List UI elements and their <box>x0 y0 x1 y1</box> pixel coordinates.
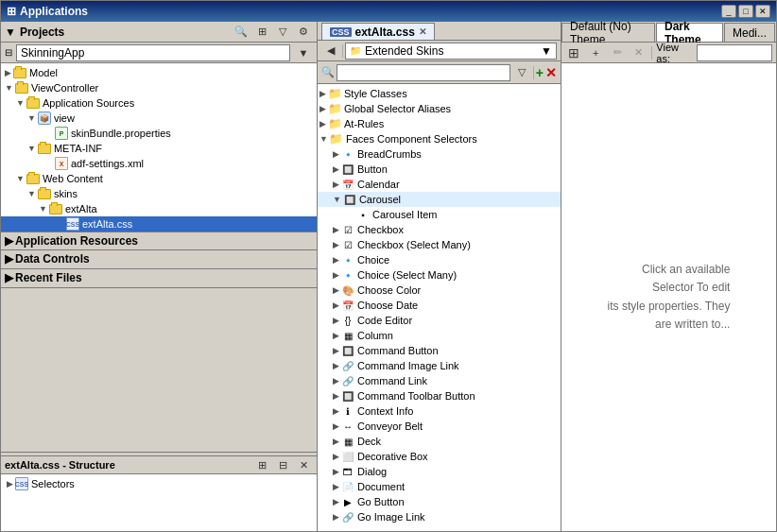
filter-button[interactable]: ▽ <box>273 24 292 41</box>
struct-btn2[interactable]: ⊟ <box>273 456 292 473</box>
tree-faces-selectors[interactable]: ▼ 📁 Faces Component Selectors <box>318 131 561 146</box>
search-input[interactable] <box>337 64 510 81</box>
structure-tree[interactable]: ▶ CSS Selectors <box>1 474 317 531</box>
tree-item-model[interactable]: ▶ Model <box>1 65 317 80</box>
tree-code-editor[interactable]: ▶ {} Code Editor <box>318 313 561 328</box>
struct-close[interactable]: ✕ <box>294 456 313 473</box>
tree-breadcrumbs[interactable]: ▶ 🔹 BreadCrumbs <box>318 146 561 162</box>
tree-choose-date[interactable]: ▶ 📅 Choose Date <box>318 298 561 313</box>
tree-item-metainf[interactable]: ▼ META-INF <box>1 141 317 156</box>
tab-medi-theme[interactable]: Medi... <box>724 23 775 42</box>
expand-extalta[interactable]: ▼ <box>39 204 47 214</box>
expand-view[interactable]: ▼ <box>27 113 36 123</box>
tree-item-extalta-css[interactable]: CSS extAlta.css <box>1 216 317 232</box>
extended-skins-combo[interactable]: 📁 Extended Skins ▼ <box>345 43 557 60</box>
tree-item-adfsettings[interactable]: X adf-settings.xml <box>1 156 317 171</box>
add-button[interactable]: + <box>536 65 544 80</box>
tree-choice-many[interactable]: ▶ 🔹 Choice (Select Many) <box>318 267 561 283</box>
model-label: Model <box>29 67 58 78</box>
tree-command-toolbar-button[interactable]: ▶ 🔲 Command Toolbar Button <box>318 388 561 403</box>
tree-item-viewcontroller[interactable]: ▼ ViewController <box>1 80 317 95</box>
middle-toolbar: ◀ 📁 Extended Skins ▼ <box>318 41 561 61</box>
close-button[interactable]: ✕ <box>755 5 770 18</box>
middle-tree[interactable]: ▶ 📁 Style Classes ▶ 📁 Global Selector Al… <box>318 84 561 531</box>
tree-document[interactable]: ▶ 📄 Document <box>318 479 561 494</box>
tree-choose-color[interactable]: ▶ 🎨 Choose Color <box>318 283 561 298</box>
search-filter-btn[interactable]: ▽ <box>512 64 531 81</box>
package-icon: 📦 <box>37 112 52 125</box>
minimize-button[interactable]: _ <box>721 5 736 18</box>
comp-icon-cl: 🔗 <box>340 374 355 387</box>
app-resources-section[interactable]: ▶ Application Resources <box>1 232 317 250</box>
struct-btn1[interactable]: ⊞ <box>252 456 271 473</box>
tree-button[interactable]: ▶ 🔲 Button <box>318 162 561 177</box>
project-tree[interactable]: ▶ Model ▼ ViewController ▼ Application S… <box>1 63 317 232</box>
folder-icon-ar: 📁 <box>327 117 342 130</box>
sep2 <box>533 66 534 79</box>
tree-context-info[interactable]: ▶ ℹ Context Info <box>318 403 561 419</box>
go-button-label: Go Button <box>357 496 405 507</box>
expand-appsources[interactable]: ▼ <box>16 98 25 108</box>
search-bar: 🔍 ▽ + ✕ <box>318 61 561 84</box>
webcontent-label: Web Content <box>43 173 103 184</box>
tab-extalta-css[interactable]: CSS extAlta.css ✕ <box>321 23 435 40</box>
tree-dialog[interactable]: ▶ 🗔 Dialog <box>318 464 561 479</box>
collapse-icon[interactable]: ▼ <box>5 26 16 39</box>
tree-choice[interactable]: ▶ 🔹 Choice <box>318 252 561 267</box>
expand-model[interactable]: ▶ <box>5 68 11 77</box>
remove-button[interactable]: ✕ <box>545 65 557 80</box>
expand-metainf[interactable]: ▼ <box>27 144 36 153</box>
app-dropdown-button[interactable]: ▼ <box>294 44 313 61</box>
tree-item-webcontent[interactable]: ▼ Web Content <box>1 171 317 186</box>
expand-vc[interactable]: ▼ <box>5 83 13 93</box>
tree-deck[interactable]: ▶ ▦ Deck <box>318 434 561 449</box>
tree-calendar[interactable]: ▶ 📅 Calendar <box>318 177 561 192</box>
layout-button[interactable]: ⊞ <box>252 24 271 41</box>
folder-icon-vc <box>14 81 29 94</box>
data-controls-section[interactable]: ▶ Data Controls <box>1 250 317 269</box>
tree-go-button[interactable]: ▶ ▶ Go Button <box>318 494 561 509</box>
expand-skins[interactable]: ▼ <box>27 189 36 198</box>
tab-extalta-label: extAlta.css <box>355 26 415 39</box>
expand-selectors[interactable]: ▶ <box>7 479 13 489</box>
tree-checkbox[interactable]: ▶ ☑ Checkbox <box>318 222 561 237</box>
tab-default-theme[interactable]: Default (No) Theme <box>561 23 655 42</box>
tab-dark-theme[interactable]: Dark Theme <box>656 23 723 42</box>
right-btn2[interactable]: + <box>587 44 605 61</box>
tree-column[interactable]: ▶ ▦ Column <box>318 328 561 343</box>
tree-command-link[interactable]: ▶ 🔗 Command Link <box>318 373 561 388</box>
comp-icon-deck: ▦ <box>340 435 355 448</box>
tree-checkbox-many[interactable]: ▶ ☑ Checkbox (Select Many) <box>318 237 561 252</box>
tree-conveyor-belt[interactable]: ▶ ↔ Conveyor Belt <box>318 419 561 434</box>
tree-carousel-item[interactable]: ▪ Carousel Item <box>318 207 561 222</box>
tree-item-view[interactable]: ▼ 📦 view <box>1 111 317 126</box>
structure-selectors[interactable]: ▶ CSS Selectors <box>3 476 315 491</box>
maximize-button[interactable]: □ <box>738 5 753 18</box>
settings-button[interactable]: ⚙ <box>294 24 313 41</box>
expand-web[interactable]: ▼ <box>16 174 25 183</box>
recent-files-section[interactable]: ▶ Recent Files <box>1 269 317 288</box>
right-btn1[interactable]: ⊞ <box>565 44 583 61</box>
view-as-input[interactable] <box>697 44 772 61</box>
expand-rf-icon: ▶ <box>5 271 13 284</box>
tree-go-image-link[interactable]: ▶ 🔗 Go Image Link <box>318 509 561 524</box>
tree-decorative-box[interactable]: ▶ ⬜ Decorative Box <box>318 449 561 464</box>
right-toolbar: ⊞ + ✏ ✕ View as: <box>561 43 776 63</box>
tree-command-image-link[interactable]: ▶ 🔗 Command Image Link <box>318 358 561 373</box>
tree-at-rules[interactable]: ▶ 📁 At-Rules <box>318 116 561 131</box>
tree-item-extalta-folder[interactable]: ▼ extAlta <box>1 201 317 216</box>
tree-carousel[interactable]: ▼ 🔲 Carousel <box>318 192 561 207</box>
search-button[interactable]: 🔍 <box>232 24 250 41</box>
tree-item-skinbundle[interactable]: P skinBundle.properties <box>1 126 317 141</box>
tree-style-classes[interactable]: ▶ 📁 Style Classes <box>318 86 561 101</box>
app-combo[interactable]: SkinningApp <box>16 44 290 61</box>
title-bar: ⊞ Applications _ □ ✕ <box>1 1 776 22</box>
tree-command-button[interactable]: ▶ 🔲 Command Button <box>318 343 561 358</box>
tree-global-aliases[interactable]: ▶ 📁 Global Selector Aliases <box>318 101 561 116</box>
choose-date-label: Choose Date <box>357 300 418 311</box>
tree-item-appsources[interactable]: ▼ Application Sources <box>1 95 317 111</box>
tree-item-skins[interactable]: ▼ skins <box>1 186 317 201</box>
tab-close-button[interactable]: ✕ <box>419 26 426 37</box>
nav-back-btn[interactable]: ◀ <box>321 43 340 60</box>
prop-icon: P <box>54 127 69 140</box>
